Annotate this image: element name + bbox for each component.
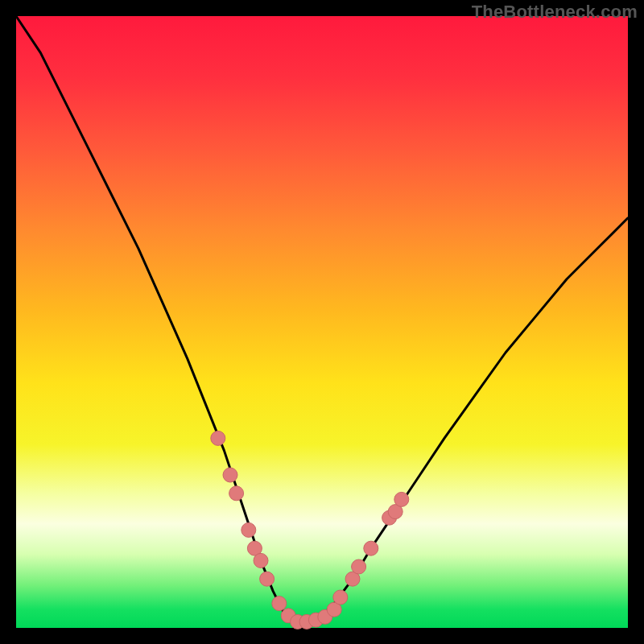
marker-dot [242, 522, 256, 537]
marker-dot [333, 590, 348, 605]
marker-dot [394, 492, 409, 506]
chart-svg [16, 16, 628, 628]
curve-markers [211, 431, 409, 629]
marker-dot [272, 597, 287, 611]
marker-dot [364, 541, 378, 555]
marker-dot [352, 559, 366, 574]
watermark-text: TheBottleneck.com [472, 2, 638, 23]
marker-dot [254, 553, 268, 568]
marker-dot [229, 486, 244, 501]
marker-dot [260, 572, 275, 586]
chart-frame: TheBottleneck.com [0, 0, 644, 644]
marker-dot [223, 468, 237, 482]
plot-area [16, 16, 628, 628]
bottleneck-curve [16, 16, 628, 621]
marker-dot [211, 431, 225, 445]
curve-path [16, 16, 628, 621]
